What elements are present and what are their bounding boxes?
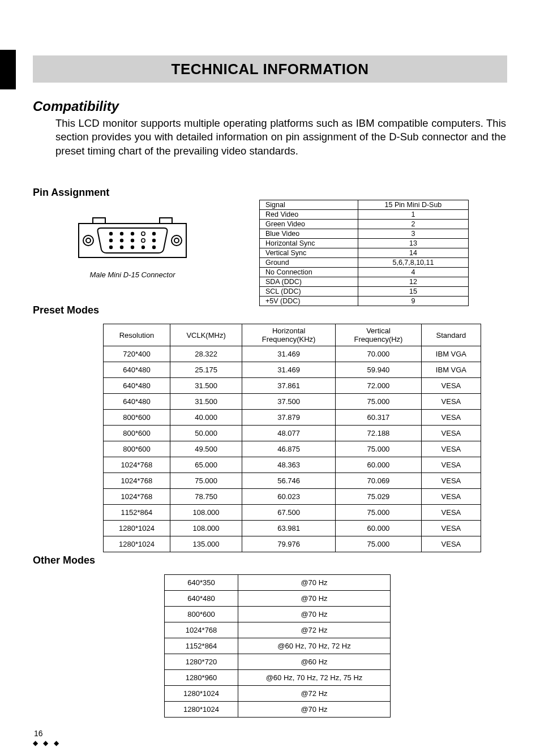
dsub-connector-diagram <box>76 212 189 267</box>
table-row: Vertical Sync14 <box>260 248 469 258</box>
table-row: Horizontal Sync13 <box>260 239 469 248</box>
footer-diamonds-icon: ◆ ◆ ◆ <box>33 739 61 747</box>
table-row: 1280*960@60 Hz, 70 Hz, 72 Hz, 75 Hz <box>165 670 391 686</box>
svg-point-12 <box>109 239 113 242</box>
svg-point-9 <box>131 232 134 235</box>
table-row: 640*48031.50037.86172.000VESA <box>104 378 481 394</box>
pin-assignment-table: Signal 15 Pin Mini D-Sub Red Video1 Gree… <box>259 200 469 306</box>
heading-compatibility: Compatibility <box>33 98 119 114</box>
svg-point-8 <box>120 232 123 235</box>
table-row: 1152*864108.00067.50075.000VESA <box>104 505 481 521</box>
svg-point-6 <box>174 238 179 243</box>
pin-header-pin: 15 Pin Mini D-Sub <box>358 200 468 210</box>
svg-point-15 <box>142 239 145 242</box>
preset-header-vfreq: VerticalFrequency(Hz) <box>336 324 422 346</box>
svg-point-13 <box>120 239 123 242</box>
table-row: 1024*76865.00048.36360.000VESA <box>104 457 481 473</box>
table-row: 640*480@70 Hz <box>165 591 391 607</box>
svg-point-17 <box>109 246 113 249</box>
table-row: SDA (DDC)12 <box>260 277 469 287</box>
table-row: 1152*864@60 Hz, 70 Hz, 72 Hz <box>165 638 391 654</box>
table-row: +5V (DDC)9 <box>260 297 469 306</box>
svg-point-5 <box>172 235 182 246</box>
table-row: 1024*768@72 Hz <box>165 622 391 638</box>
preset-modes-table: Resolution VCLK(MHz) HorizontalFrequency… <box>103 324 481 552</box>
svg-point-14 <box>131 239 134 242</box>
svg-point-16 <box>152 239 156 242</box>
svg-point-21 <box>152 246 156 249</box>
svg-point-10 <box>142 232 145 235</box>
table-row: 1280*1024@72 Hz <box>165 686 391 702</box>
table-row: Ground5,6,7,8,10,11 <box>260 258 469 268</box>
page-title: TECHNICAL INFORMATION <box>33 55 507 83</box>
heading-pin-assignment: Pin Assignment <box>33 187 109 199</box>
svg-point-3 <box>83 235 93 246</box>
heading-other-modes: Other Modes <box>33 555 95 566</box>
connector-caption: Male Mini D-15 Connector <box>76 270 189 279</box>
table-row: 1280*1024135.00079.97675.000VESA <box>104 536 481 552</box>
preset-header-hfreq: HorizontalFrequency(KHz) <box>242 324 336 346</box>
other-modes-table: 640*350@70 Hz 640*480@70 Hz 800*600@70 H… <box>164 574 391 718</box>
table-row: 640*48025.17531.46959.940IBM VGA <box>104 362 481 378</box>
table-row: No Connection4 <box>260 268 469 277</box>
page-tab <box>0 50 16 89</box>
table-row: 800*600@70 Hz <box>165 607 391 622</box>
table-row: 1280*1024@70 Hz <box>165 702 391 718</box>
svg-point-7 <box>109 232 113 235</box>
table-row: 1024*76878.75060.02375.029VESA <box>104 489 481 505</box>
table-row: 640*48031.50037.50075.000VESA <box>104 394 481 410</box>
table-row: 800*60049.50046.87575.000VESA <box>104 441 481 457</box>
preset-header-vclk: VCLK(MHz) <box>170 324 242 346</box>
table-row: 800*60050.00048.07772.188VESA <box>104 426 481 441</box>
compatibility-body: This LCD monitor supports multiple opera… <box>55 117 506 158</box>
preset-header-std: Standard <box>421 324 481 346</box>
svg-point-11 <box>152 232 156 235</box>
table-row: Green Video2 <box>260 220 469 229</box>
table-row: SCL (DDC)15 <box>260 287 469 297</box>
table-row: 800*60040.00037.87960.317VESA <box>104 410 481 426</box>
table-row: 1280*720@60 Hz <box>165 654 391 670</box>
page-number: 16 <box>34 729 43 738</box>
table-row: 1024*76875.00056.74670.069VESA <box>104 473 481 489</box>
table-row: Blue Video3 <box>260 229 469 239</box>
table-row: Resolution VCLK(MHz) HorizontalFrequency… <box>104 324 481 346</box>
svg-rect-2 <box>160 218 172 224</box>
svg-point-4 <box>86 238 91 243</box>
preset-header-res: Resolution <box>104 324 170 346</box>
svg-rect-1 <box>93 218 105 224</box>
heading-preset-modes: Preset Modes <box>33 304 99 316</box>
table-row: Red Video1 <box>260 210 469 220</box>
table-row: 720*40028.32231.46970.000IBM VGA <box>104 346 481 362</box>
table-row: 640*350@70 Hz <box>165 575 391 591</box>
svg-point-20 <box>142 246 145 249</box>
pin-header-signal: Signal <box>260 200 358 210</box>
table-row: 1280*1024108.00063.98160.000VESA <box>104 521 481 536</box>
table-row: Signal 15 Pin Mini D-Sub <box>260 200 469 210</box>
svg-point-19 <box>131 246 134 249</box>
svg-point-18 <box>120 246 123 249</box>
